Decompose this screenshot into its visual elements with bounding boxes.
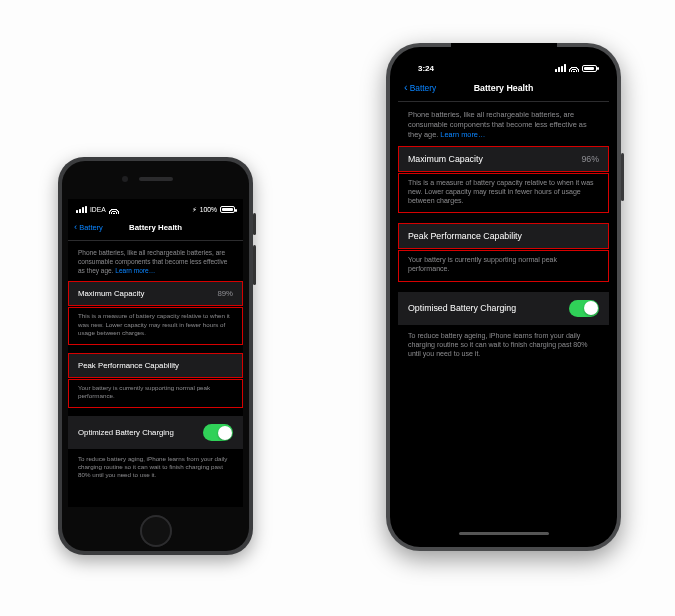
home-button[interactable] — [140, 515, 172, 547]
intro-text: Phone batteries, like all rechargeable b… — [398, 102, 609, 145]
charging-bolt-icon: ⚡︎ — [192, 206, 197, 214]
peak-performance-desc: Your battery is currently supporting nor… — [68, 379, 243, 408]
signal-bars-icon — [555, 64, 566, 72]
battery-icon — [220, 206, 235, 213]
side-button — [253, 213, 256, 235]
earpiece — [139, 177, 173, 181]
nav-bar: ‹ Battery Battery Health — [398, 77, 609, 102]
optimized-charging-row[interactable]: Optimized Battery Charging — [68, 416, 243, 449]
maximum-capacity-row[interactable]: Maximum Capacity 96% — [398, 146, 609, 172]
wifi-icon — [569, 64, 579, 72]
signal-bars-icon — [76, 206, 87, 214]
optimized-charging-label: Optimized Battery Charging — [78, 428, 174, 437]
back-label: Battery — [410, 83, 437, 93]
screen: IDEA ⚡︎ 100% ‹ Battery Battery Health Ph… — [68, 199, 243, 507]
phone-classic-frame: IDEA ⚡︎ 100% ‹ Battery Battery Health Ph… — [58, 157, 253, 555]
screen: 3:24 ‹ Battery Battery Health Phone batt… — [398, 55, 609, 539]
intro-text: Phone batteries, like all rechargeable b… — [68, 241, 243, 280]
phone-notch-frame: 3:24 ‹ Battery Battery Health Phone batt… — [386, 43, 621, 551]
optimised-charging-row[interactable]: Optimised Battery Charging — [398, 292, 609, 325]
maximum-capacity-value: 96% — [581, 154, 599, 164]
battery-icon — [582, 65, 597, 72]
maximum-capacity-label: Maximum Capacity — [78, 289, 144, 298]
learn-more-link[interactable]: Learn more… — [115, 267, 155, 274]
status-bar: IDEA ⚡︎ 100% — [68, 199, 243, 217]
nav-bar: ‹ Battery Battery Health — [68, 217, 243, 241]
chevron-left-icon: ‹ — [404, 84, 408, 92]
peak-performance-desc: Your battery is currently supporting nor… — [398, 250, 609, 281]
maximum-capacity-value: 89% — [217, 289, 233, 298]
maximum-capacity-row[interactable]: Maximum Capacity 89% — [68, 281, 243, 306]
battery-percent-label: 100% — [200, 206, 217, 213]
peak-performance-row[interactable]: Peak Performance Capability — [68, 353, 243, 378]
front-camera — [122, 176, 128, 182]
optimized-charging-desc: To reduce battery aging, iPhone learns f… — [68, 450, 243, 487]
maximum-capacity-desc: This is a measure of battery capacity re… — [68, 307, 243, 344]
optimised-charging-label: Optimised Battery Charging — [408, 303, 516, 313]
home-indicator[interactable] — [459, 532, 549, 536]
optimised-charging-toggle[interactable] — [569, 300, 599, 317]
volume-buttons — [253, 245, 256, 285]
peak-performance-label: Peak Performance Capability — [408, 231, 522, 241]
peak-performance-label: Peak Performance Capability — [78, 361, 179, 370]
wifi-icon — [109, 206, 119, 214]
display-notch — [451, 43, 557, 63]
peak-performance-row[interactable]: Peak Performance Capability — [398, 223, 609, 249]
maximum-capacity-label: Maximum Capacity — [408, 154, 483, 164]
learn-more-link[interactable]: Learn more… — [440, 130, 485, 139]
carrier-label: IDEA — [90, 206, 106, 213]
chevron-left-icon: ‹ — [74, 224, 77, 231]
clock-label: 3:24 — [418, 64, 434, 73]
optimised-charging-desc: To reduce battery ageing, iPhone learns … — [398, 326, 609, 366]
back-label: Battery — [79, 223, 103, 232]
back-button[interactable]: ‹ Battery — [404, 83, 436, 93]
optimized-charging-toggle[interactable] — [203, 424, 233, 441]
back-button[interactable]: ‹ Battery — [74, 223, 103, 232]
maximum-capacity-desc: This is a measure of battery capacity re… — [398, 173, 609, 213]
side-button — [621, 153, 624, 201]
